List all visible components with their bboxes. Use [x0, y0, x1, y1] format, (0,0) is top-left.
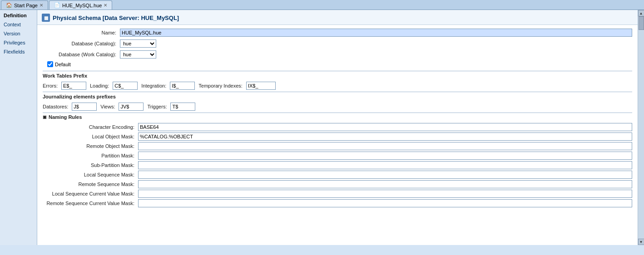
naming-label-6: Remote Sequence Mask: [43, 181, 138, 187]
naming-row: Remote Object Mask: [43, 142, 632, 150]
work-tables-row: Errors: Loading: Integration: Temporary … [43, 82, 632, 90]
naming-label-1: Local Object Mask: [43, 134, 138, 139]
start-page-icon: 🏠 [6, 2, 12, 8]
start-page-label: Start Page [14, 3, 38, 8]
hue-mysql-close[interactable]: ✕ [104, 3, 107, 8]
db-work-label: Database (Work Catalog): [43, 52, 120, 57]
default-row: Default [47, 61, 632, 67]
right-scrollbar: ▲ ▼ [638, 10, 644, 245]
name-row: Name: [43, 29, 632, 37]
naming-label-4: Sub-Partition Mask: [43, 162, 138, 168]
naming-label-2: Remote Object Mask: [43, 143, 138, 149]
form-content: Name: Database (Catalog): hue informatio… [37, 25, 638, 212]
naming-label-0: Character Encoding: [43, 124, 138, 130]
integration-input[interactable] [170, 82, 195, 90]
naming-input-2[interactable] [138, 142, 632, 150]
page-title-text: Physical Schema [Data Server: HUE_MySQL] [53, 15, 179, 21]
loading-input[interactable] [113, 82, 138, 90]
naming-label-8: Remote Sequence Current Value Mask: [43, 201, 138, 206]
naming-row: Remote Sequence Current Value Mask: [43, 199, 632, 207]
sidebar-item-definition[interactable]: Definition [0, 11, 37, 20]
db-catalog-label: Database (Catalog): [43, 41, 120, 46]
sidebar-item-version[interactable]: Version [0, 29, 37, 38]
sidebar-item-privileges[interactable]: Privileges [0, 38, 37, 47]
errors-label: Errors: [43, 83, 58, 88]
name-input[interactable] [120, 29, 632, 37]
default-checkbox[interactable] [47, 61, 53, 67]
naming-input-0[interactable] [138, 123, 632, 131]
tab-start-page[interactable]: 🏠 Start Page ✕ [1, 0, 48, 10]
main-layout: Definition Context Version Privileges Fl… [0, 10, 644, 245]
scroll-track [639, 16, 644, 239]
temp-indexes-input[interactable] [246, 82, 276, 90]
naming-label-5: Local Sequence Mask: [43, 172, 138, 177]
sidebar: Definition Context Version Privileges Fl… [0, 10, 37, 245]
naming-input-7[interactable] [138, 190, 632, 198]
views-label: Views: [100, 104, 115, 109]
integration-label: Integration: [141, 83, 166, 88]
hue-mysql-label: HUE_MySQL.hue [62, 3, 102, 8]
triggers-label: Triggers: [147, 104, 167, 109]
tab-hue-mysql[interactable]: 📄 HUE_MySQL.hue ✕ [49, 0, 112, 10]
naming-row: Local Object Mask: [43, 132, 632, 141]
naming-input-1[interactable] [138, 132, 632, 141]
page-title: ▦ Physical Schema [Data Server: HUE_MySQ… [37, 10, 638, 25]
naming-row: Local Sequence Current Value Mask: [43, 190, 632, 198]
naming-row: Local Sequence Mask: [43, 171, 632, 179]
loading-label: Loading: [90, 83, 109, 88]
db-catalog-row: Database (Catalog): hue information_sche… [43, 39, 632, 48]
naming-input-5[interactable] [138, 171, 632, 179]
work-tables-header: Work Tables Prefix [43, 71, 632, 80]
journalizing-row: Datastores: Views: Triggers: [43, 103, 632, 111]
naming-row: Remote Sequence Mask: [43, 180, 632, 188]
naming-rules-header: ▣ Naming Rules [43, 113, 632, 121]
naming-section: ▣ Naming Rules Character Encoding:Local … [43, 113, 632, 207]
naming-rules-title: Naming Rules [49, 114, 82, 120]
scroll-thumb[interactable] [639, 16, 644, 30]
naming-row: Character Encoding: [43, 123, 632, 131]
hue-mysql-icon: 📄 [54, 2, 60, 8]
sidebar-item-flexfields[interactable]: Flexfields [0, 47, 37, 56]
naming-row: Sub-Partition Mask: [43, 161, 632, 169]
naming-input-4[interactable] [138, 161, 632, 169]
db-catalog-select[interactable]: hue information_schema mysql [120, 39, 156, 48]
scroll-up-arrow[interactable]: ▲ [638, 10, 644, 16]
scroll-down-arrow[interactable]: ▼ [638, 239, 644, 245]
start-page-close[interactable]: ✕ [40, 3, 43, 8]
db-work-select[interactable]: hue information_schema mysql [120, 50, 156, 59]
journalizing-header: Journalizing elements prefixes [43, 92, 632, 101]
naming-input-3[interactable] [138, 152, 632, 160]
naming-input-6[interactable] [138, 180, 632, 188]
naming-row: Partition Mask: [43, 152, 632, 160]
datastores-input[interactable] [72, 103, 97, 111]
naming-input-8[interactable] [138, 199, 632, 207]
content-area: ▦ Physical Schema [Data Server: HUE_MySQ… [37, 10, 638, 245]
page-title-icon: ▦ [42, 14, 50, 22]
errors-input[interactable] [61, 82, 86, 90]
triggers-input[interactable] [170, 103, 195, 111]
tab-bar: 🏠 Start Page ✕ 📄 HUE_MySQL.hue ✕ [0, 0, 644, 10]
datastores-label: Datastores: [43, 104, 68, 109]
naming-rows-container: Character Encoding:Local Object Mask:Rem… [43, 123, 632, 207]
sidebar-item-context[interactable]: Context [0, 20, 37, 29]
name-label: Name: [43, 30, 120, 35]
temp-indexes-label: Temporary Indexes: [198, 83, 243, 88]
views-input[interactable] [119, 103, 144, 111]
default-label: Default [55, 62, 71, 67]
naming-label-7: Local Sequence Current Value Mask: [43, 191, 138, 196]
naming-label-3: Partition Mask: [43, 153, 138, 158]
db-work-row: Database (Work Catalog): hue information… [43, 50, 632, 59]
collapse-icon[interactable]: ▣ [43, 115, 47, 119]
